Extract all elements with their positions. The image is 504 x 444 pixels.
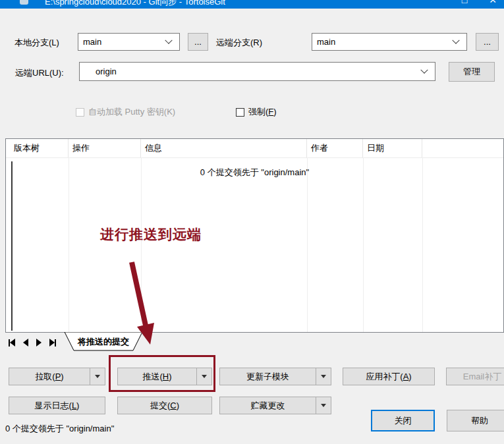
- column-header-action[interactable]: 操作: [69, 139, 141, 157]
- update-submodules-label: 更新子模块: [220, 368, 316, 385]
- force-checkbox-label: 强制(F): [248, 106, 277, 118]
- prev-tab-icon[interactable]: [23, 338, 28, 347]
- column-header-filler: [422, 139, 503, 157]
- remote-branch-combobox[interactable]: main: [312, 33, 467, 51]
- help-button[interactable]: 帮助: [447, 410, 504, 431]
- commit-button[interactable]: 提交(C): [117, 397, 212, 414]
- first-tab-icon[interactable]: [9, 338, 15, 347]
- next-tab-icon[interactable]: [36, 338, 42, 347]
- chevron-down-icon: [452, 36, 459, 43]
- chevron-down-icon: [420, 66, 428, 73]
- stash-changes-button[interactable]: 贮藏更改: [219, 397, 331, 414]
- apply-patch-button[interactable]: 应用补丁(A): [343, 368, 435, 385]
- local-branch-value: main: [78, 37, 166, 47]
- push-button[interactable]: 推送(H): [117, 368, 212, 385]
- maximize-icon[interactable]: □: [455, 0, 474, 5]
- tortoisegit-app-icon: [20, 0, 28, 5]
- browse-local-branch-button[interactable]: ...: [188, 33, 208, 51]
- commits-ahead-message: 0 个提交领先于 "origin/main": [6, 167, 503, 179]
- window-title: E:\springcloud\cloud2020 - Git同步 - Torto…: [45, 0, 225, 8]
- local-branch-combobox[interactable]: main: [78, 33, 180, 51]
- status-text: 0 个提交领先于 "origin/main": [5, 423, 114, 435]
- last-tab-icon[interactable]: [49, 338, 56, 347]
- local-branch-label: 本地分支(L): [14, 37, 59, 49]
- tab-scroll-buttons: [9, 337, 56, 348]
- tab-label: 将推送的提交: [62, 336, 145, 348]
- autoload-putty-key-checkbox: 自动加载 Putty 密钥(K): [76, 106, 175, 118]
- column-divider: [363, 157, 364, 332]
- remote-branch-label: 远端分支(R): [216, 37, 262, 49]
- column-header-date[interactable]: 日期: [363, 139, 422, 157]
- remote-url-label: 远端URL(U):: [15, 67, 64, 79]
- column-divider: [69, 157, 69, 332]
- autoload-putty-key-label: 自动加载 Putty 密钥(K): [88, 106, 175, 118]
- update-submodules-dropdown-icon[interactable]: [316, 368, 331, 385]
- pull-dropdown-icon[interactable]: [90, 368, 105, 385]
- remote-url-combobox[interactable]: origin: [79, 62, 435, 81]
- email-patch-button: Email补丁: [446, 368, 504, 385]
- remote-url-value: origin: [80, 67, 422, 76]
- column-divider: [141, 157, 142, 332]
- manage-remotes-button[interactable]: 管理: [449, 62, 495, 82]
- show-log-button[interactable]: 显示日志(L): [9, 397, 105, 414]
- titlebar[interactable]: E:\springcloud\cloud2020 - Git同步 - Torto…: [0, 0, 504, 9]
- pull-button[interactable]: 拉取(P): [9, 368, 105, 385]
- update-submodules-button[interactable]: 更新子模块: [219, 368, 331, 385]
- commit-list[interactable]: 版本树 操作 信息 作者 日期 0 个提交领先于 "origin/main": [5, 138, 504, 333]
- commit-graph-line: [11, 161, 13, 331]
- stash-dropdown-icon[interactable]: [316, 397, 331, 414]
- close-button[interactable]: 关闭: [371, 410, 435, 431]
- annotation-text: 进行推送到远端: [100, 225, 202, 244]
- chevron-down-icon: [165, 36, 172, 43]
- browse-remote-branch-button[interactable]: ...: [476, 33, 499, 51]
- remote-branch-value: main: [312, 37, 453, 47]
- force-checkbox[interactable]: 强制(F): [236, 106, 277, 118]
- checkbox-icon: [236, 108, 244, 117]
- stash-changes-label: 贮藏更改: [220, 397, 316, 414]
- close-icon[interactable]: ✕: [483, 0, 503, 5]
- push-button-label: 推送(H): [118, 368, 196, 385]
- column-divider: [307, 157, 308, 332]
- column-header-graph[interactable]: 版本树: [6, 139, 69, 157]
- tab-commits-to-push[interactable]: 将推送的提交: [62, 332, 145, 352]
- commit-list-header: 版本树 操作 信息 作者 日期: [6, 139, 503, 158]
- pull-button-label: 拉取(P): [9, 368, 90, 385]
- column-divider: [422, 157, 423, 332]
- push-dropdown-icon[interactable]: [197, 368, 211, 385]
- checkbox-icon: [76, 108, 84, 117]
- column-header-message[interactable]: 信息: [141, 139, 307, 157]
- column-header-author[interactable]: 作者: [307, 139, 363, 157]
